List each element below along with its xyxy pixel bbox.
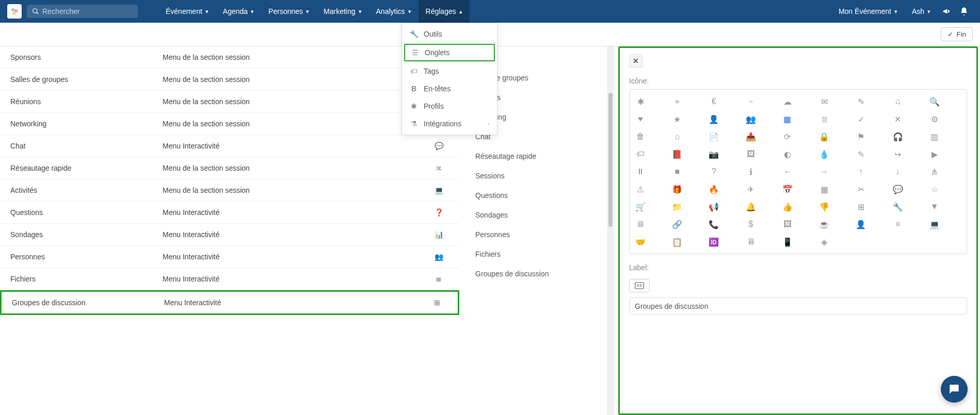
icon-option[interactable]: $ [745, 219, 757, 230]
dropdown-outils[interactable]: 🔧Outils [402, 25, 497, 43]
icon-option[interactable]: ☆ [929, 184, 940, 195]
table-row[interactable]: NetworkingMenu de la section session👥 [0, 113, 459, 135]
icon-option[interactable]: ⊞ [855, 201, 866, 212]
icon-option[interactable]: ⋔ [929, 166, 940, 177]
icon-option[interactable]: 👤 [855, 219, 866, 230]
icon-option[interactable]: ✓ [855, 113, 866, 125]
icon-option[interactable]: 🔥 [708, 184, 719, 195]
icon-option[interactable]: 🔒 [818, 131, 830, 142]
icon-option[interactable]: 📷 [708, 148, 719, 160]
preview-row[interactable]: Fichiers [460, 244, 614, 264]
announce-icon[interactable] [938, 0, 955, 23]
icon-option[interactable]: ↑ [855, 166, 866, 177]
icon-option[interactable]: ✎ [855, 96, 866, 107]
icon-option[interactable]: 🤝 [635, 236, 646, 247]
icon-option[interactable]: 📥 [745, 131, 757, 142]
table-row[interactable]: PersonnesMenu Interactivité👥 [0, 246, 459, 268]
icon-option[interactable]: 🖥 [635, 219, 646, 230]
icon-option[interactable]: 🔧 [892, 201, 904, 212]
nav-agenda[interactable]: Agenda▾ [216, 0, 261, 23]
dropdown-profils[interactable]: ✱Profils [402, 97, 497, 115]
icon-option[interactable]: ◐ [782, 148, 793, 160]
icon-option[interactable]: 📄 [708, 131, 719, 142]
icon-option[interactable]: 💬 [892, 184, 904, 195]
icon-option[interactable]: ✂ [855, 184, 866, 195]
table-row[interactable]: RéunionsMenu de la section session👥 [0, 91, 459, 113]
icon-option[interactable]: ☕ [818, 219, 830, 230]
icon-option[interactable]: ▶ [929, 148, 940, 160]
icon-option[interactable]: 🏷 [635, 148, 646, 160]
icon-option[interactable]: 🔍 [929, 96, 940, 107]
icon-option[interactable]: ← [782, 166, 793, 177]
dropdown-onglets[interactable]: ☰Onglets [404, 44, 495, 61]
icon-option[interactable]: ♥ [635, 113, 646, 125]
table-row[interactable]: Réseautage rapideMenu de la section sess… [0, 157, 459, 179]
table-row[interactable]: FichiersMenu Interactivité≣ [0, 268, 459, 290]
translate-button[interactable]: A文 [629, 279, 650, 292]
icon-option[interactable]: 🖼 [782, 219, 793, 230]
icon-option[interactable]: ✉ [818, 96, 830, 107]
icon-option[interactable]: － [745, 96, 757, 107]
icon-option[interactable]: ? [708, 166, 719, 177]
preview-row[interactable]: Questions [460, 186, 614, 205]
label-input[interactable] [629, 297, 967, 315]
icon-option[interactable]: 📢 [708, 201, 719, 212]
table-row[interactable]: Groupes de discussionMenu Interactivité⊞ [0, 290, 459, 315]
icon-option[interactable]: 🛒 [635, 201, 646, 212]
icon-option[interactable]: ✕ [892, 113, 904, 125]
preview-row[interactable]: Groupes de discussion [460, 264, 614, 284]
icon-option[interactable]: 🎧 [892, 131, 904, 142]
icon-option[interactable]: ↓ [892, 166, 904, 177]
icon-option[interactable]: ⏸ [635, 166, 646, 177]
icon-option[interactable]: ＋ [671, 96, 683, 107]
table-row[interactable]: QuestionsMenu Interactivité❓ [0, 202, 459, 224]
nav-personnes[interactable]: Personnes▾ [261, 0, 316, 23]
icon-option[interactable]: 👤 [708, 113, 719, 125]
icon-option[interactable]: 📕 [671, 148, 683, 160]
app-logo[interactable] [7, 4, 22, 19]
icon-option[interactable]: 👎 [818, 201, 830, 212]
scrollbar[interactable] [607, 46, 614, 415]
search-input[interactable] [42, 7, 133, 15]
icon-option[interactable]: ⌂ [671, 131, 683, 142]
dropdown-integrations[interactable]: ⚗Intégrations› [402, 115, 497, 132]
bell-icon[interactable] [955, 0, 973, 23]
icon-option[interactable]: 📅 [782, 184, 793, 195]
nav-reglages[interactable]: Réglages▴ [419, 0, 470, 23]
icon-option[interactable]: 💻 [929, 219, 940, 230]
icon-option[interactable]: 🔗 [671, 219, 683, 230]
icon-option[interactable]: 🔔 [745, 201, 757, 212]
icon-option[interactable]: € [708, 96, 719, 107]
icon-option[interactable]: 📁 [671, 201, 683, 212]
icon-option[interactable]: ℹ [745, 166, 757, 177]
scrollbar-thumb[interactable] [608, 93, 613, 227]
nav-evenement[interactable]: Événement▾ [158, 0, 216, 23]
icon-option[interactable]: ⚙ [929, 113, 940, 125]
icon-option[interactable]: 👥 [745, 113, 757, 125]
icon-option[interactable]: ✈ [745, 184, 757, 195]
fin-button[interactable]: ✓Fin [941, 27, 973, 41]
dropdown-entetes[interactable]: BEn-têtes [402, 80, 497, 97]
icon-option[interactable]: ★ [671, 113, 683, 125]
table-row[interactable]: Salles de groupesMenu de la section sess… [0, 69, 459, 91]
icon-option[interactable]: ↪ [892, 148, 904, 160]
nav-analytics[interactable]: Analytics▾ [369, 0, 419, 23]
table-row[interactable]: SponsorsMenu de la section session▦ [0, 46, 459, 69]
icon-option[interactable]: → [818, 166, 830, 177]
icon-option[interactable]: ✎ [855, 148, 866, 160]
close-button[interactable]: ✕ [629, 54, 642, 68]
icon-option[interactable]: ☁ [782, 96, 793, 107]
event-selector[interactable]: Mon Événement▾ [831, 0, 905, 23]
icon-option[interactable]: ◈ [818, 236, 830, 247]
icon-option[interactable]: ▥ [929, 131, 940, 142]
preview-row[interactable]: Sondages [460, 205, 614, 225]
table-row[interactable]: ChatMenu Interactivité💬 [0, 135, 459, 157]
icon-option[interactable]: ▼ [929, 201, 940, 212]
icon-option[interactable]: ≡ [892, 219, 904, 230]
preview-row[interactable]: Personnes [460, 225, 614, 244]
icon-option[interactable]: 💧 [818, 148, 830, 160]
icon-option[interactable]: 📋 [671, 236, 683, 247]
icon-option[interactable]: ⚠ [635, 184, 646, 195]
intercom-button[interactable] [941, 376, 968, 403]
preview-row[interactable]: Réseautage rapide [460, 146, 614, 166]
